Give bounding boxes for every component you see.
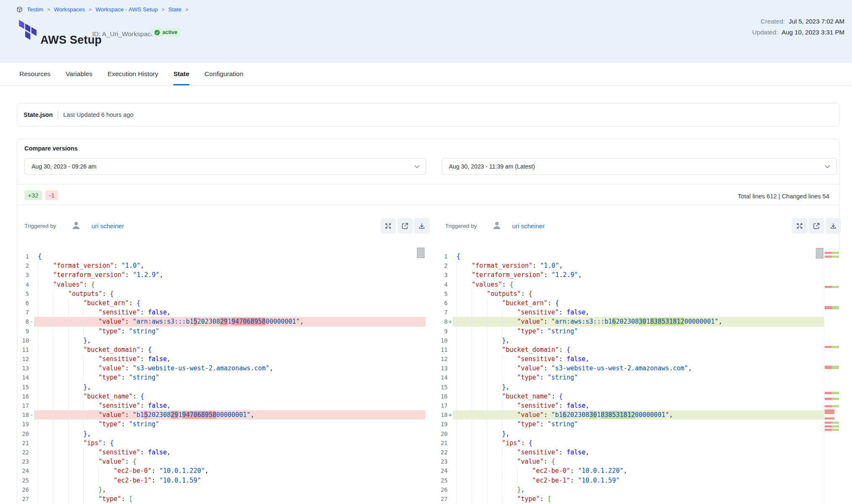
code-line: 2"format_version": "1.0",: [17, 261, 425, 270]
tab-bar: ResourcesVariablesExecution HistoryState…: [0, 63, 852, 86]
version-select-right[interactable]: Aug 30, 2023 - 11:39 am (Latest): [442, 158, 837, 175]
code-line: 19"type": "string": [436, 420, 840, 429]
created-row: Created: Jul 5, 2023 7:02 AM: [752, 18, 844, 25]
download-button[interactable]: [414, 218, 430, 234]
code-line: 2"format_version": "1.0",: [436, 261, 840, 270]
removed-change-mark: [824, 417, 839, 420]
diff-overview-ruler: [824, 252, 839, 504]
code-line: 10},: [17, 336, 425, 345]
code-line: 23"value": {: [17, 457, 425, 466]
line-number-gutter: 5: [17, 289, 34, 298]
app-header: Testim>Workspaces>Workspace - AWS Setup>…: [0, 0, 852, 63]
chevron-right-icon: >: [47, 6, 50, 12]
code-line: 19"type": "string": [17, 420, 425, 429]
code-line: 20},: [17, 429, 425, 438]
line-number-gutter: 1: [436, 252, 453, 261]
changed-line-mark: [824, 405, 839, 407]
state-file-name: State.json: [24, 111, 53, 118]
code-line: 22"sensitive": false,: [436, 448, 840, 457]
tab-state[interactable]: State: [173, 63, 189, 85]
code-line: 16"bucket_name": {: [17, 392, 425, 401]
line-number-gutter: 17: [436, 401, 453, 410]
workspace-id: ID: A_Uri_Workspace: [92, 30, 154, 38]
changed-line-mark: [824, 346, 839, 348]
breadcrumb-link-workspaces[interactable]: Workspaces: [54, 6, 85, 13]
expand-button[interactable]: [792, 218, 807, 234]
line-number-gutter: 7: [17, 308, 34, 317]
code-line: 24"ec2-be-0": "10.0.1.220",: [17, 466, 425, 475]
line-number-gutter: 27: [436, 494, 453, 504]
updated-value: Aug 10, 2023 3:31 PM: [782, 29, 844, 36]
line-number-gutter: 21: [436, 438, 453, 448]
version-select-right-value: Aug 30, 2023 - 11:39 am (Latest): [449, 163, 535, 170]
code-line: 5"outputs": {: [17, 289, 425, 298]
line-number-gutter: 11: [17, 345, 34, 354]
line-number-gutter: 12: [436, 354, 453, 364]
expand-button[interactable]: [380, 218, 396, 234]
expand-icon: [384, 222, 392, 230]
code-line: 5"outputs": {: [436, 289, 840, 298]
triggered-by-left: Triggered by uri scheiner: [24, 218, 124, 234]
download-icon: [418, 222, 426, 230]
scrollbar-thumb[interactable]: [417, 248, 425, 258]
line-number-gutter: 26: [17, 485, 34, 494]
code-line: 21"ips": {: [17, 438, 425, 448]
tab-variables[interactable]: Variables: [66, 63, 92, 85]
chevron-right-icon: >: [185, 6, 188, 12]
line-number-gutter: 22: [17, 448, 34, 457]
line-number-gutter: 10: [436, 336, 453, 345]
breadcrumb-link-testim[interactable]: Testim: [27, 6, 43, 13]
tab-configuration[interactable]: Configuration: [204, 63, 243, 85]
page: Testim>Workspaces>Workspace - AWS Setup>…: [0, 0, 852, 504]
line-number-gutter: 15: [17, 383, 34, 392]
code-line: 11"bucket_domain": {: [436, 345, 840, 354]
lines-totals: Total lines 612 | Changed lines 54: [738, 193, 829, 200]
chevron-right-icon: >: [89, 6, 92, 12]
line-number-gutter: 10: [17, 336, 34, 345]
scrollbar-thumb[interactable]: [816, 248, 823, 259]
line-number-gutter: 2: [17, 261, 34, 270]
diff-editor-right[interactable]: 1{2"format_version": "1.0",3"terraform_v…: [436, 252, 840, 504]
line-number-gutter: 14: [17, 373, 34, 382]
code-line: 13"value": "s3-website-us-west-2.amazona…: [17, 364, 425, 373]
changed-line-mark: [824, 252, 839, 254]
changed-line-mark: [824, 286, 839, 288]
tab-execution-history[interactable]: Execution History: [108, 63, 159, 85]
changed-line-mark: [824, 366, 839, 369]
code-line: 4"values": {: [17, 280, 425, 289]
terraform-logo: [19, 19, 38, 43]
code-line: 1{: [17, 252, 425, 261]
line-number-gutter: 3: [17, 270, 34, 280]
line-number-gutter: 9: [17, 327, 34, 336]
check-circle-icon: [154, 30, 160, 35]
changed-line-mark: [824, 425, 839, 427]
line-number-gutter: 9: [436, 327, 453, 336]
line-number-gutter: 1: [17, 252, 34, 261]
diff-summary-badges: +32 -1: [24, 190, 58, 200]
code-line: 16"bucket_name": {: [436, 392, 840, 401]
line-number-gutter: 13: [436, 364, 453, 373]
triggered-by-user-link[interactable]: uri scheiner: [512, 222, 545, 230]
external-link-icon: [812, 222, 820, 230]
external-link-button[interactable]: [809, 218, 824, 234]
download-button[interactable]: [825, 218, 841, 234]
breadcrumb-link-state[interactable]: State: [168, 6, 182, 13]
diff-editor-left[interactable]: 1{2"format_version": "1.0",3"terraform_v…: [17, 252, 425, 504]
triggered-by-user-link[interactable]: uri scheiner: [91, 222, 124, 230]
tab-resources[interactable]: Resources: [19, 63, 50, 85]
version-select-left[interactable]: Aug 30, 2023 - 09:26 am: [24, 158, 426, 175]
code-line: 17"sensitive": false,: [17, 401, 425, 410]
line-number-gutter: 7: [436, 308, 453, 317]
code-line: 25"ec2-be-1": "10.0.1.59": [436, 476, 840, 485]
code-line: 10},: [436, 336, 840, 345]
chevron-down-icon: [414, 165, 420, 169]
code-line: 1{: [436, 252, 840, 261]
compare-card: Compare versions Aug 30, 2023 - 09:26 am…: [17, 139, 839, 504]
breadcrumb-link-workspace-aws-setup[interactable]: Workspace - AWS Setup: [96, 6, 158, 13]
code-line: 17"sensitive": false,: [436, 401, 840, 410]
line-number-gutter: 24: [17, 466, 34, 475]
divider: [17, 184, 839, 185]
changed-line-mark: [824, 256, 839, 258]
external-link-button[interactable]: [397, 218, 413, 234]
state-file-bar: State.json Last Updated 6 hours ago: [17, 103, 839, 127]
